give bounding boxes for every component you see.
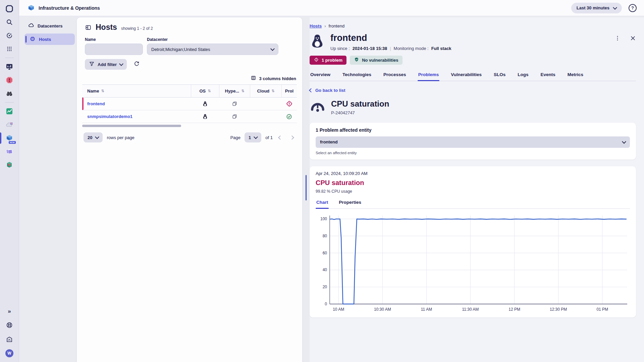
pagination: 20 rows per page Page 1 of 1 xyxy=(82,127,297,148)
reset-filters-button[interactable] xyxy=(133,61,140,68)
affected-entity-select[interactable]: frontend xyxy=(316,136,630,148)
page-select[interactable]: 1 xyxy=(245,132,261,142)
collapse-list-icon[interactable] xyxy=(85,24,92,31)
column-header-os[interactable]: OS⇅ xyxy=(191,85,219,97)
help-icon[interactable]: ? xyxy=(629,4,637,12)
svg-text:40: 40 xyxy=(323,267,327,272)
content-area: DatacentersHosts Hosts showing 1 - 2 of … xyxy=(19,16,644,362)
hosts-count: showing 1 - 2 of 2 xyxy=(121,26,153,31)
status-problem-icon[interactable] xyxy=(281,98,297,110)
cloud-cell xyxy=(250,110,281,123)
user-avatar-icon[interactable]: W xyxy=(5,349,14,358)
tab-logs[interactable]: Logs xyxy=(517,71,529,81)
tab-technologies[interactable]: Technologies xyxy=(342,71,372,81)
apps-grid-icon[interactable] xyxy=(5,44,14,54)
problems-icon[interactable] xyxy=(5,75,14,85)
monitoring-mode-value: Full stack xyxy=(431,46,451,51)
page-of-label: of 1 xyxy=(265,135,273,140)
sidebar-item-hosts[interactable]: Hosts xyxy=(24,34,75,45)
problem-id: P-24042747 xyxy=(331,110,389,115)
davis-copilot-icon[interactable] xyxy=(5,31,14,40)
host-tabs: OverviewTechnologiesProcessesProblemsVul… xyxy=(310,71,636,81)
expand-rail-icon[interactable]: » xyxy=(5,306,14,316)
dashboards-icon[interactable] xyxy=(5,62,14,71)
problem-card-title: CPU saturation xyxy=(316,179,630,187)
svg-text:11 AM: 11 AM xyxy=(421,307,432,312)
filter-labels: Name Datacenter xyxy=(82,35,297,44)
smartscape-icon[interactable] xyxy=(5,160,14,170)
vulnerabilities-badge[interactable]: No vulnerabilities xyxy=(350,56,402,65)
binoculars-icon[interactable] xyxy=(5,89,14,98)
kubernetes-icon[interactable] xyxy=(5,147,14,156)
horizontal-scrollbar[interactable] xyxy=(82,125,181,127)
metrics-icon[interactable] xyxy=(5,107,14,116)
problem-tab-properties[interactable]: Properties xyxy=(338,198,362,208)
problem-tab-chart[interactable]: Chart xyxy=(316,198,329,208)
datacenter-filter-label: Datacenter xyxy=(147,37,168,42)
name-filter-input[interactable] xyxy=(85,44,143,55)
column-header-hype[interactable]: Hype...⇅ xyxy=(219,85,250,97)
problem-badge[interactable]: 1 problem xyxy=(310,56,346,65)
svg-text:01 PM: 01 PM xyxy=(596,307,608,312)
problem-diamond-icon xyxy=(314,57,319,63)
sidebar-item-label: Datacenters xyxy=(38,23,62,28)
affected-entity-helper: Select an affected entity xyxy=(316,151,630,155)
infrastructure-operations-icon[interactable]: NEW xyxy=(5,133,14,143)
tab-events[interactable]: Events xyxy=(540,71,556,81)
usage-icon[interactable] xyxy=(5,335,14,344)
funnel-icon xyxy=(89,61,95,68)
column-header-name[interactable]: Name⇅ xyxy=(82,85,191,97)
time-range-selector[interactable]: Last 30 minutes xyxy=(571,3,622,13)
problem-card: Apr 24, 2024, 10:09:20 AM CPU saturation… xyxy=(310,166,636,317)
table-row[interactable]: frontend xyxy=(82,98,297,110)
topbar-controls: Last 30 minutes ? xyxy=(571,3,637,13)
left-rail: NEW»W xyxy=(0,0,19,362)
svg-text:10 AM: 10 AM xyxy=(333,307,344,312)
add-filter-button[interactable]: Add filter xyxy=(85,59,127,70)
status-ok-icon[interactable] xyxy=(281,110,297,123)
cloud-icon xyxy=(28,22,35,30)
go-back-link[interactable]: Go back to list xyxy=(310,88,345,93)
sort-icon: ⇅ xyxy=(208,89,211,93)
column-header-prol[interactable]: Prol xyxy=(281,85,297,97)
clouds-icon[interactable] xyxy=(5,120,14,129)
rows-per-page-label: rows per page xyxy=(107,135,134,140)
tab-overview[interactable]: Overview xyxy=(310,71,331,81)
sidebar-item-label: Hosts xyxy=(39,37,51,42)
support-icon[interactable] xyxy=(5,320,14,330)
host-header: frontend Up since : 2024-01-18 15:38 | M… xyxy=(310,33,636,51)
time-range-label: Last 30 minutes xyxy=(577,5,609,10)
chevron-down-icon xyxy=(622,139,626,144)
top-bar: NEW Infrastructure & Operations Last 30 … xyxy=(19,0,644,16)
add-filter-label: Add filter xyxy=(98,62,117,67)
host-link[interactable]: snmpsimulatordemo1 xyxy=(87,114,132,119)
columns-hidden-button[interactable]: 3 columns hidden xyxy=(82,70,297,84)
svg-text:10:30 AM: 10:30 AM xyxy=(374,307,391,312)
kebab-menu-icon[interactable] xyxy=(614,35,621,41)
tab-slos[interactable]: SLOs xyxy=(493,71,506,81)
rows-per-page-select[interactable]: 20 xyxy=(84,132,103,142)
close-icon[interactable] xyxy=(630,35,636,41)
host-link[interactable]: frontend xyxy=(87,101,105,106)
previous-page-button[interactable] xyxy=(277,135,284,140)
next-page-button[interactable] xyxy=(288,135,296,140)
tab-vulnerabilities[interactable]: Vulnerabilities xyxy=(450,71,482,81)
tab-metrics[interactable]: Metrics xyxy=(567,71,584,81)
os-linux-icon xyxy=(191,110,219,123)
dynatrace-logo-icon[interactable] xyxy=(5,4,14,13)
affected-entity-card: 1 Problem affected entity frontend Selec… xyxy=(310,123,636,160)
chevron-down-icon xyxy=(613,5,617,10)
sidebar-item-datacenters[interactable]: Datacenters xyxy=(24,20,75,32)
host-badges: 1 problem No vulnerabilities xyxy=(310,56,636,65)
tab-processes[interactable]: Processes xyxy=(383,71,407,81)
column-header-cloud[interactable]: Cloud⇅ xyxy=(250,85,281,97)
svg-text:100: 100 xyxy=(320,217,327,221)
table-row[interactable]: snmpsimulatordemo1 xyxy=(82,110,297,123)
breadcrumb-hosts-link[interactable]: Hosts xyxy=(310,23,322,28)
search-icon[interactable] xyxy=(5,17,14,27)
user-avatar: W xyxy=(5,349,13,357)
tab-problems[interactable]: Problems xyxy=(418,71,440,81)
problem-card-tabs: ChartProperties xyxy=(316,198,630,209)
table-header-row: Name⇅OS⇅Hype...⇅Cloud⇅Prol xyxy=(82,85,297,98)
datacenter-filter-select[interactable]: Detroit;Michigan;United States xyxy=(147,44,278,55)
